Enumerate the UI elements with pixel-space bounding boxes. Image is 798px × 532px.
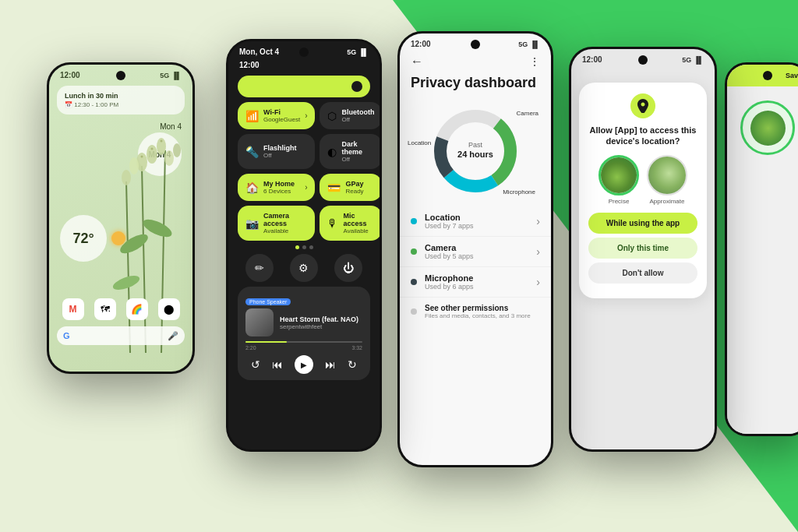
mic-info: Microphone Used by 6 apps (425, 273, 474, 291)
photos-icon[interactable]: 🌈 (126, 298, 148, 320)
phone1-notch (116, 71, 125, 80)
temperature: 72° (72, 231, 94, 247)
gpay-tile[interactable]: 💳 GPay Ready (320, 174, 380, 201)
see-other-permissions[interactable]: See other permissions Files and media, c… (400, 298, 551, 326)
approximate-map (647, 155, 687, 196)
phone-location-permission: 12:00 5G ▐▌ Allow [App] to access this d… (569, 47, 717, 452)
app-row-main: M 🗺 🌈 ⬤ (57, 298, 185, 320)
phone4-status-icons: 5G ▐▌ (682, 56, 704, 64)
camera-chevron: › (536, 245, 540, 258)
svg-text:24 hours: 24 hours (457, 150, 493, 159)
settings-icon[interactable]: ⚙ (290, 254, 318, 282)
phone1-status-icons: 5G ▐▌ (160, 72, 182, 79)
chrome-icon[interactable]: ⬤ (158, 298, 180, 320)
notif-title: Lunch in 30 min (65, 92, 177, 100)
home-arrow: › (305, 183, 307, 192)
home-icon: 🏠 (245, 181, 259, 194)
microphone-chart-label: Microphone (503, 188, 535, 196)
bluetooth-content: Bluetooth Off (341, 108, 374, 123)
notif-time: 📅 12:30 - 1:00 PM (65, 101, 177, 108)
forward-icon[interactable]: ↻ (348, 358, 357, 371)
camera-chart-label: Camera (517, 110, 538, 117)
my-home-tile[interactable]: 🏠 My Home 6 Devices › (238, 174, 315, 201)
music-card: Phone Speaker Heart Storm (feat. NAO) se… (238, 287, 370, 380)
brightness-thumb (351, 81, 362, 92)
phone-speaker-badge: Phone Speaker (245, 298, 291, 305)
home-dock: M 🗺 🌈 ⬤ G 🎤 (57, 298, 185, 345)
privacy-donut-chart: Past 24 hours Camera Location Microphone (400, 100, 551, 202)
phone2-date: Mon, Oct 4 (239, 48, 279, 56)
approximate-label: Approximate (650, 198, 685, 205)
lunch-notification: Lunch in 30 min 📅 12:30 - 1:00 PM (57, 86, 185, 115)
dont-allow-button[interactable]: Don't allow (588, 262, 697, 284)
flashlight-tile[interactable]: 🔦 Flashlight Off (238, 134, 315, 169)
music-title: Heart Storm (feat. NAO) (280, 315, 358, 323)
phone2-5g: 5G (347, 48, 356, 56)
mic-dot (411, 279, 417, 285)
wifi-content: Wi-Fi GoogleGuest (263, 108, 300, 123)
dark-theme-tile[interactable]: ◐ Dark theme Off (320, 134, 380, 169)
phone-privacy: 12:00 5G ▐▌ ← ⋮ Privacy dashboard Past (397, 31, 553, 467)
quick-settings-grid: 📶 Wi-Fi GoogleGuest › ⬡ Bluetooth Off 🔦 … (238, 102, 370, 241)
approximate-map-art (648, 157, 686, 194)
progress-fill (245, 341, 287, 343)
phone2-time: 12:00 (239, 61, 260, 69)
phone2-notch (299, 48, 309, 57)
location-pin-icon (630, 93, 655, 118)
phone-home: 12:00 5G ▐▌ Lunch in 30 min 📅 12:30 - 1:… (47, 62, 195, 374)
svg-text:Past: Past (468, 141, 483, 149)
location-icon-row (588, 93, 697, 118)
music-text: Heart Storm (feat. NAO) serpentwithfeet (280, 315, 358, 330)
maps-icon[interactable]: 🗺 (94, 298, 116, 320)
gmail-icon[interactable]: M (62, 298, 84, 320)
mic-access-content: Mic access Available (343, 212, 374, 234)
only-this-time-button[interactable]: Only this time (588, 238, 697, 259)
power-icon[interactable]: ⏻ (334, 254, 362, 282)
microphone-item[interactable]: Microphone Used by 6 apps › (400, 267, 551, 298)
qs-dot-1 (295, 245, 299, 249)
phone5-notch (763, 71, 772, 80)
precise-label: Precise (609, 198, 630, 205)
precise-option[interactable]: Precise (598, 155, 639, 205)
weather-widget: 72° (60, 215, 182, 262)
mic-access-tile[interactable]: 🎙 Mic access Available (320, 206, 380, 241)
approximate-option[interactable]: Approximate (647, 155, 687, 205)
location-dialog-title: Allow [App] to access this device's loca… (588, 125, 697, 147)
music-current-time: 2:20 (245, 345, 256, 351)
phone3-signal: ▐▌ (530, 41, 540, 48)
bluetooth-tile[interactable]: ⬡ Bluetooth Off (320, 102, 380, 129)
privacy-menu-icon[interactable]: ⋮ (529, 55, 540, 68)
back-button[interactable]: ← (411, 55, 423, 69)
phone5-save-label: Save (786, 72, 798, 79)
edit-icon[interactable]: ✏ (245, 254, 274, 282)
phone4-notch (638, 55, 648, 65)
prev-track-icon[interactable]: ⏮ (272, 358, 283, 371)
phone4-time: 12:00 (582, 55, 602, 64)
my-home-content: My Home 6 Devices (263, 180, 295, 195)
phone1-5g: 5G (160, 72, 169, 79)
play-pause-button[interactable]: ▶ (295, 355, 313, 374)
progress-bar[interactable] (245, 341, 362, 343)
camera-item[interactable]: Camera Used by 5 apps › (400, 237, 551, 267)
next-track-icon[interactable]: ⏭ (325, 358, 336, 371)
camera-dot (411, 248, 417, 255)
phone3-5g: 5G (518, 41, 528, 48)
location-item[interactable]: Location Used by 7 apps › (400, 206, 551, 237)
gpay-icon: 💳 (327, 181, 341, 194)
while-using-button[interactable]: While using the app (588, 213, 697, 234)
phone5-content (727, 86, 798, 434)
brightness-slider[interactable] (238, 76, 370, 97)
qs-bottom-bar: ✏ ⚙ ⏻ (238, 254, 370, 282)
privacy-list: Location Used by 7 apps › Camera Used by… (400, 206, 551, 326)
bluetooth-icon: ⬡ (327, 110, 337, 122)
replay-icon[interactable]: ↺ (251, 358, 260, 371)
camera-access-tile[interactable]: 📷 Camera access Available (238, 206, 315, 241)
music-info: Heart Storm (feat. NAO) serpentwithfeet (245, 308, 362, 336)
wifi-tile[interactable]: 📶 Wi-Fi GoogleGuest › (238, 102, 315, 129)
google-g: G (63, 331, 70, 340)
dark-theme-icon: ◐ (327, 146, 337, 158)
google-search-bar[interactable]: G 🎤 (57, 326, 185, 345)
phone5-circle (740, 100, 795, 155)
privacy-header: ← ⋮ (400, 51, 551, 72)
phone3-time: 12:00 (411, 40, 431, 48)
